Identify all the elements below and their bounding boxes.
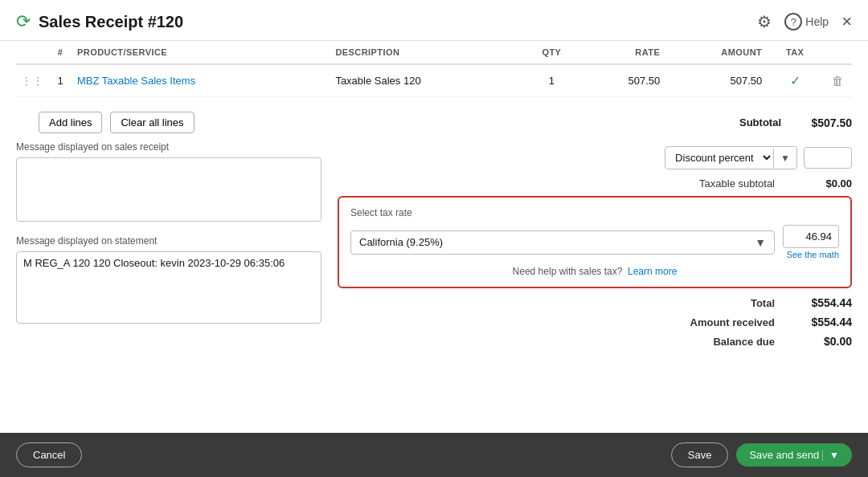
col-num: #: [48, 41, 72, 64]
tax-amount-input[interactable]: 46.94: [783, 225, 839, 248]
taxable-subtotal-label: Taxable subtotal: [670, 177, 775, 190]
total-value: $554.44: [788, 296, 852, 309]
refresh-icon: ⟳: [16, 11, 31, 32]
discount-value-input[interactable]: [804, 147, 852, 169]
save-send-dropdown-icon[interactable]: ▼: [822, 450, 839, 461]
tax-rate-value: California (9.25%): [359, 236, 755, 248]
row-qty[interactable]: 1: [522, 64, 581, 97]
add-lines-button[interactable]: Add lines: [39, 112, 102, 133]
table-row: ⋮⋮ 1 MBZ Taxable Sales Items Taxable Sal…: [16, 64, 852, 97]
subtotal-value: $507.50: [788, 116, 852, 129]
save-and-send-button[interactable]: Save and send ▼: [736, 443, 852, 467]
col-qty: QTY: [522, 41, 581, 64]
learn-more-link[interactable]: Learn more: [628, 266, 677, 277]
help-button[interactable]: ? Help: [784, 13, 829, 31]
see-math-link[interactable]: See the math: [787, 250, 839, 259]
balance-due-label: Balance due: [678, 336, 775, 348]
row-product[interactable]: MBZ Taxable Sales Items: [72, 64, 330, 97]
save-send-label: Save and send: [749, 449, 819, 461]
amount-received-label: Amount received: [678, 316, 775, 328]
discount-dropdown-icon: ▼: [773, 149, 796, 168]
statement-message-label: Message displayed on statement: [16, 235, 321, 247]
col-description: DESCRIPTION: [330, 41, 522, 64]
tax-check-icon: ✓: [790, 74, 800, 88]
balance-due-value: $0.00: [788, 335, 852, 348]
col-tax: TAX: [767, 41, 823, 64]
receipt-message-input[interactable]: [16, 157, 321, 222]
taxable-subtotal-value: $0.00: [788, 177, 852, 190]
tax-help-text: Need help with sales tax?: [513, 266, 623, 277]
col-rate: RATE: [581, 41, 665, 64]
row-amount: 507.50: [665, 64, 767, 97]
tax-rate-label: Select tax rate: [350, 207, 839, 218]
page-title: Sales Receipt #120: [39, 13, 183, 31]
col-amount: AMOUNT: [665, 41, 767, 64]
statement-message-input[interactable]: M REG_A 120 120 Closeout: kevin 2023-10-…: [16, 251, 321, 324]
help-circle-icon: ?: [784, 13, 802, 31]
amount-received-value: $554.44: [788, 316, 852, 328]
drag-handle-icon[interactable]: ⋮⋮: [21, 75, 43, 88]
settings-icon[interactable]: ⚙: [757, 12, 772, 31]
cancel-button[interactable]: Cancel: [16, 442, 82, 467]
row-num: 1: [48, 64, 72, 97]
receipt-message-label: Message displayed on sales receipt: [16, 141, 321, 153]
row-rate[interactable]: 507.50: [581, 64, 665, 97]
help-label: Help: [805, 15, 829, 28]
tax-rate-select[interactable]: California (9.25%) ▼: [350, 230, 775, 255]
tax-section: Select tax rate California (9.25%) ▼ 46.…: [338, 196, 852, 288]
delete-row-icon[interactable]: 🗑: [832, 74, 844, 88]
discount-type-select[interactable]: Discount percent Discount value: [665, 147, 773, 169]
row-description[interactable]: Taxable Sales 120: [330, 64, 522, 97]
clear-all-lines-button[interactable]: Clear all lines: [110, 112, 194, 133]
close-icon[interactable]: ×: [841, 11, 852, 32]
save-button[interactable]: Save: [671, 442, 729, 467]
col-product: PRODUCT/SERVICE: [72, 41, 330, 64]
total-label: Total: [678, 297, 775, 309]
subtotal-label: Subtotal: [739, 116, 781, 128]
tax-dropdown-icon: ▼: [755, 236, 766, 249]
discount-select-wrap[interactable]: Discount percent Discount value ▼: [665, 146, 797, 169]
